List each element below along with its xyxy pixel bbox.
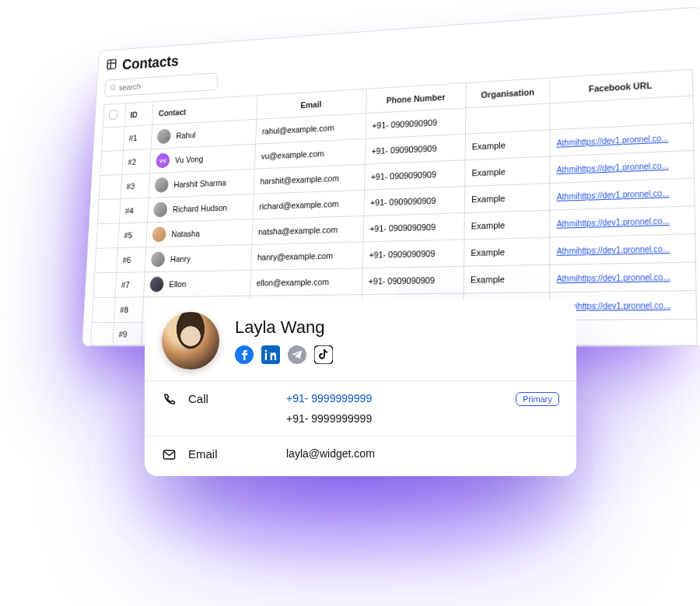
search-input[interactable] [119,77,213,92]
row-avatar: VV [156,153,170,169]
row-org: Example [464,264,550,293]
row-email: hanry@example.com [251,242,363,270]
row-email: natsha@example.com [252,216,364,245]
contact-name: Layla Wang [235,317,333,338]
phone-primary[interactable]: +91- 9999999999 [286,392,485,405]
email-value[interactable]: layla@widget.com [286,447,485,460]
row-phone: +91- 0909090909 [363,213,465,242]
row-avatar [151,251,165,267]
row-org [465,103,549,134]
facebook-url-link[interactable]: Athmihttps://dev1.pronnel.co... [557,216,670,229]
row-phone: +91- 0909090909 [362,266,464,294]
panel-title: Contacts [106,16,692,75]
call-row: Call +91- 9999999999 +91- 9999999999 Pri… [145,381,576,436]
row-org: Example [464,210,550,240]
row-avatar [157,128,171,144]
row-phone: +91- 0909090909 [364,160,465,191]
row-id: #9 [113,322,143,345]
row-email: ellon@example.com [250,268,362,296]
call-label: Call [188,392,282,405]
row-email: richard@example.com [253,190,364,219]
row-contact-name: Hanry [170,254,191,264]
row-id: #1 [123,125,152,151]
primary-badge: Primary [516,392,559,406]
tiktok-icon[interactable] [314,345,333,364]
phone-icon [162,392,184,410]
row-id: #8 [114,297,144,323]
row-org: Example [464,184,549,213]
row-id: #6 [117,247,146,273]
row-org: Example [464,237,550,266]
row-phone: +91- 0909090909 [362,240,464,268]
header-checkbox[interactable] [103,103,125,128]
row-contact-name: Harshit Sharma [173,178,226,189]
linkedin-icon[interactable] [261,345,280,364]
panel-title-text: Contacts [122,53,180,73]
row-avatar [150,277,164,292]
header-id[interactable]: ID [124,102,154,127]
phone-secondary[interactable]: +91- 9999999999 [286,412,485,425]
facebook-icon[interactable] [235,345,254,364]
row-email: harshit@example.com [254,164,365,194]
row-org: Example [465,156,550,186]
row-phone: +91- 0909090909 [365,134,465,164]
row-org: Example [465,130,550,160]
row-avatar [152,226,166,242]
row-phone: +91- 0909090909 [364,187,465,216]
facebook-url-link[interactable]: Athmihttps://dev1.pronnel.co... [557,161,669,174]
facebook-url-link[interactable]: Athmihttps://dev1.pronnel.co... [557,134,669,148]
email-values: layla@widget.com [286,447,485,460]
row-id: #4 [119,198,149,223]
row-contact-name: Vu Vong [175,154,204,164]
row-avatar [155,177,169,193]
table-icon [106,57,117,74]
contact-detail-card: Layla Wang Call +91- 99999 [145,299,576,476]
contact-avatar [162,312,219,370]
contacts-panel: Contacts ID Contact Email Phone Numbe [82,6,700,346]
card-reflection: Layla Wang Call +91- 99999 [145,459,576,599]
row-avatar [153,202,167,218]
phone-values: +91- 9999999999 +91- 9999999999 [286,392,485,425]
search-icon [109,82,117,95]
row-contact-name: Richard Hudson [173,203,227,214]
card-header: Layla Wang [145,299,576,381]
telegram-icon[interactable] [288,345,306,364]
facebook-url-link[interactable]: Athmihttps://dev1.pronnel.co... [557,272,670,283]
facebook-url-link[interactable]: Athmihttps://dev1.pronnel.co... [557,244,670,256]
social-links [235,345,333,364]
row-contact-name: Ellon [169,279,186,289]
row-id: #3 [121,173,150,199]
row-id: #7 [115,272,145,298]
row-contact-name: Natasha [171,229,200,239]
row-id: #5 [117,222,147,248]
search-box[interactable] [104,72,218,97]
svg-rect-0 [107,59,116,68]
row-contact-name: Rahul [176,130,196,140]
checkbox-icon[interactable] [109,110,118,120]
facebook-url-link[interactable]: Athmihttps://dev1.pronnel.co... [557,188,670,201]
row-id: #2 [121,149,151,175]
